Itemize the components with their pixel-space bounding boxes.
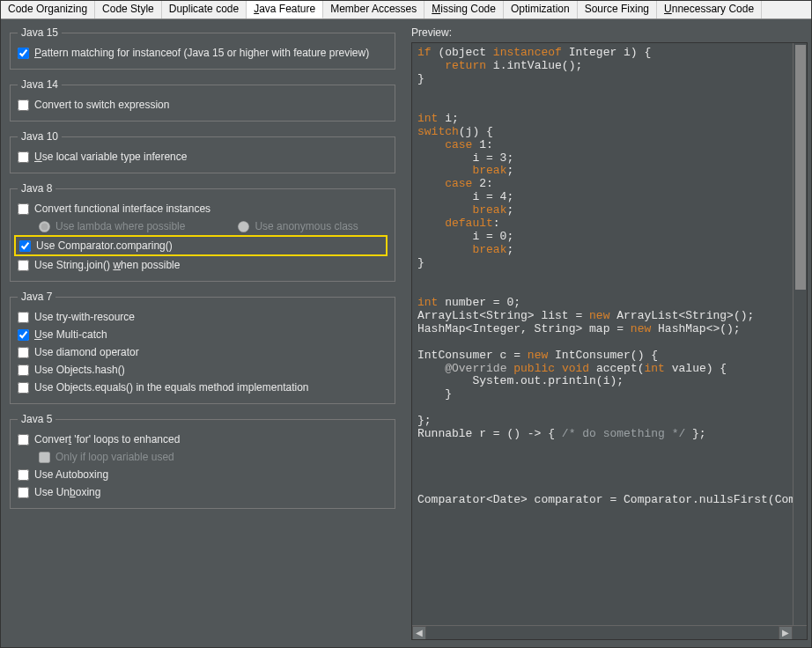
checkbox-onlyif [39, 452, 50, 463]
tab-code-style[interactable]: Code Style [95, 1, 162, 18]
checkbox-multicatch[interactable] [18, 329, 29, 341]
checkbox-autobox[interactable] [18, 469, 29, 481]
preview-panel: Preview: if (object instanceof Integer i… [404, 19, 811, 647]
checkbox-func-iface[interactable] [18, 203, 29, 215]
checkbox-objhash[interactable] [18, 364, 29, 376]
opt-objequals[interactable]: Use Objects.equals() in the equals metho… [18, 379, 388, 396]
group-java7: Java 7 Use try-with-resource Use Multi-c… [10, 291, 395, 404]
checkbox-unbox[interactable] [18, 487, 29, 498]
scroll-right-icon[interactable]: ▶ [779, 626, 793, 640]
label-switch-expr: Convert to switch expression [34, 99, 169, 111]
opt-radio-anon: Use anonymous class [238, 217, 358, 235]
label-onlyif: Only if loop variable used [55, 451, 174, 463]
code-container: if (object instanceof Integer i) { retur… [411, 42, 808, 640]
opt-switch-expr[interactable]: Convert to switch expression [18, 96, 388, 114]
checkbox-for-enhanced[interactable] [18, 434, 29, 446]
label-diamond: Use diamond operator [34, 346, 139, 358]
tab-java-feature[interactable]: Java Feature [247, 1, 323, 18]
radio-anon [238, 221, 249, 232]
label-comparator: Use Comparator.comparing() [36, 239, 173, 252]
opt-unbox[interactable]: Use Unboxing [18, 483, 388, 501]
legend-java5: Java 5 [18, 413, 55, 425]
scroll-corner [793, 626, 807, 640]
legend-java15: Java 15 [18, 26, 62, 39]
opt-objhash[interactable]: Use Objects.hash() [18, 361, 388, 379]
checkbox-local-var[interactable] [18, 151, 29, 163]
tab-optimization[interactable]: Optimization [504, 1, 578, 18]
opt-local-var[interactable]: Use local variable type inference [18, 148, 388, 166]
label-multicatch: Use Multi-catch [34, 328, 107, 341]
checkbox-objequals[interactable] [18, 382, 29, 394]
tab-missing-code[interactable]: Missing Code [424, 1, 504, 18]
checkbox-pattern-matching[interactable] [18, 48, 29, 59]
checkbox-stringjoin[interactable] [18, 260, 29, 271]
checkbox-trywith[interactable] [18, 312, 29, 323]
group-java10: Java 10 Use local variable type inferenc… [10, 130, 395, 173]
label-unbox: Use Unboxing [34, 486, 100, 498]
label-pattern-matching: Pattern matching for instanceof (Java 15… [34, 47, 369, 59]
group-java8: Java 8 Convert functional interface inst… [10, 182, 395, 282]
tab-source-fixing[interactable]: Source Fixing [578, 1, 657, 18]
label-trywith: Use try-with-resource [34, 311, 135, 323]
tab-code-organizing[interactable]: Code Organizing [1, 1, 95, 18]
opt-for-enhanced[interactable]: Convert 'for' loops to enhanced [18, 431, 388, 448]
scrollbar-vertical[interactable] [793, 43, 807, 625]
opt-multicatch[interactable]: Use Multi-catch [18, 326, 388, 343]
label-func-iface: Convert functional interface instances [34, 202, 210, 215]
tab-bar: Code OrganizingCode StyleDuplicate codeJ… [1, 1, 811, 19]
tab-unnecessary-code[interactable]: Unnecessary Code [657, 1, 762, 18]
group-java15: Java 15 Pattern matching for instanceof … [10, 26, 395, 70]
legend-java10: Java 10 [18, 130, 62, 143]
opt-onlyif: Only if loop variable used [18, 448, 388, 466]
tab-duplicate-code[interactable]: Duplicate code [162, 1, 247, 18]
legend-java8: Java 8 [18, 182, 55, 195]
label-radio-lambda: Use lambda where possible [55, 220, 185, 232]
group-java5: Java 5 Convert 'for' loops to enhanced O… [10, 413, 395, 509]
opt-comparator[interactable]: Use Comparator.comparing() [14, 235, 388, 256]
label-radio-anon: Use anonymous class [255, 220, 358, 232]
legend-java7: Java 7 [18, 291, 55, 303]
label-autobox: Use Autoboxing [34, 468, 108, 481]
label-local-var: Use local variable type inference [34, 151, 187, 163]
preview-label: Preview: [411, 26, 808, 39]
opt-stringjoin[interactable]: Use String.join() when possible [18, 256, 388, 274]
content-area: Java 15 Pattern matching for instanceof … [1, 19, 811, 647]
opt-pattern-matching[interactable]: Pattern matching for instanceof (Java 15… [18, 44, 388, 62]
opt-func-iface[interactable]: Convert functional interface instances [18, 200, 388, 217]
legend-java14: Java 14 [18, 78, 62, 91]
options-panel: Java 15 Pattern matching for instanceof … [1, 19, 404, 647]
checkbox-comparator[interactable] [19, 240, 31, 252]
opt-trywith[interactable]: Use try-with-resource [18, 308, 388, 326]
opt-autobox[interactable]: Use Autoboxing [18, 466, 388, 483]
checkbox-diamond[interactable] [18, 347, 29, 358]
scroll-left-icon[interactable]: ◀ [412, 626, 426, 640]
radio-lambda [39, 221, 50, 232]
label-for-enhanced: Convert 'for' loops to enhanced [34, 433, 180, 446]
scrollbar-horizontal[interactable]: ◀ ▶ [412, 625, 807, 639]
label-objhash: Use Objects.hash() [34, 364, 125, 376]
group-java14: Java 14 Convert to switch expression [10, 78, 395, 122]
opt-diamond[interactable]: Use diamond operator [18, 343, 388, 361]
label-stringjoin: Use String.join() when possible [34, 259, 180, 271]
opt-radio-lambda: Use lambda where possible [39, 217, 185, 235]
code-preview[interactable]: if (object instanceof Integer i) { retur… [412, 43, 807, 625]
label-objequals: Use Objects.equals() in the equals metho… [34, 381, 309, 394]
tab-member-accesses[interactable]: Member Accesses [323, 1, 424, 18]
checkbox-switch-expr[interactable] [18, 99, 29, 111]
